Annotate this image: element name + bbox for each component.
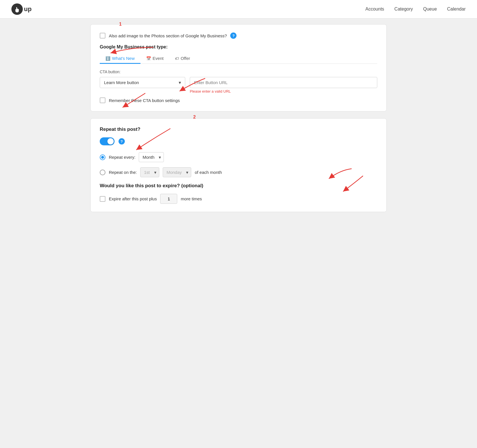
nav-accounts[interactable]: Accounts [365,7,384,12]
repeat-on-label: Repeat on the: [109,170,137,175]
weekday-select-wrapper: Monday ▼ [163,167,191,177]
repeat-on-row: Repeat on the: 1st ▼ Monday ▼ of each mo… [100,167,377,177]
tab-whats-new-label: What's New [112,56,135,61]
remember-label: Remember these CTA button settings [109,98,180,103]
logo-text: up [24,5,32,13]
repeat-card: 2 Repeat this post? ? Repeat every: [90,118,387,212]
tab-event-label: Event [153,56,164,61]
nav-queue[interactable]: Queue [423,7,437,12]
badge-2: 2 [193,115,196,120]
header: up Accounts Category Queue Calendar [0,0,477,19]
tab-whats-new[interactable]: ℹ️ What's New [100,54,140,64]
cta-select-wrapper: Learn More button ▼ [100,77,185,88]
repeat-every-radio[interactable] [100,154,105,160]
repeat-every-label: Repeat every: [109,155,135,160]
expire-prefix: Expire after this post plus [109,196,157,201]
tab-offer[interactable]: 🏷 Offer [169,54,196,64]
toggle-knob [107,138,114,144]
nav: Accounts Category Queue Calendar [365,7,466,12]
gmb-photo-help-icon[interactable]: ? [230,32,237,39]
nav-calendar[interactable]: Calendar [447,7,466,12]
url-input[interactable] [190,77,377,88]
repeat-every-row: Repeat every: Month ▼ [100,152,377,162]
post-type-title: Google My Business post type: [100,44,377,50]
repeat-title: Repeat this post? [100,127,377,132]
post-type-tabs: ℹ️ What's New 📅 Event 🏷 Offer [100,54,377,64]
repeat-every-dropdown[interactable]: Month [139,152,164,162]
expire-value-input[interactable] [160,194,177,204]
day-select-wrapper: 1st ▼ [140,167,159,177]
tab-offer-label: Offer [181,56,190,61]
logo: up [11,3,32,15]
repeat-toggle[interactable] [100,137,115,145]
logo-icon [11,3,23,15]
remember-row: Remember these CTA button settings [100,97,377,103]
url-wrapper: Please enter a valid URL [190,77,377,93]
expire-row: Expire after this post plus more times [100,194,377,204]
main-content: 1 Also add image to the Photos section o… [82,24,395,212]
whats-new-icon: ℹ️ [105,56,110,61]
event-icon: 📅 [146,56,151,61]
gmb-card: 1 Also add image to the Photos section o… [90,24,387,111]
repeat-on-radio[interactable] [100,170,105,175]
tab-event[interactable]: 📅 Event [140,54,169,64]
repeat-help-icon[interactable]: ? [119,138,125,144]
offer-icon: 🏷 [175,56,179,61]
cta-dropdown[interactable]: Learn More button [100,77,185,88]
of-each-month-text: of each month [195,170,222,175]
weekday-dropdown[interactable]: Monday [163,167,191,177]
repeat-every-select-wrapper: Month ▼ [139,152,164,162]
expire-suffix: more times [181,196,202,201]
nav-category[interactable]: Category [394,7,413,12]
remember-checkbox[interactable] [100,97,105,103]
gmb-photo-row: Also add image to the Photos section of … [100,32,377,39]
toggle-row: ? [100,137,377,145]
expire-title: Would you like this post to expire? (opt… [100,183,377,189]
cta-row: Learn More button ▼ Please enter a valid… [100,77,377,93]
badge-1: 1 [119,22,122,27]
cta-label: CTA button: [100,70,377,74]
day-dropdown[interactable]: 1st [140,167,159,177]
gmb-photo-label: Also add image to the Photos section of … [109,33,227,38]
gmb-photo-checkbox[interactable] [100,33,105,38]
url-error: Please enter a valid URL [190,89,377,93]
expire-checkbox[interactable] [100,196,105,202]
